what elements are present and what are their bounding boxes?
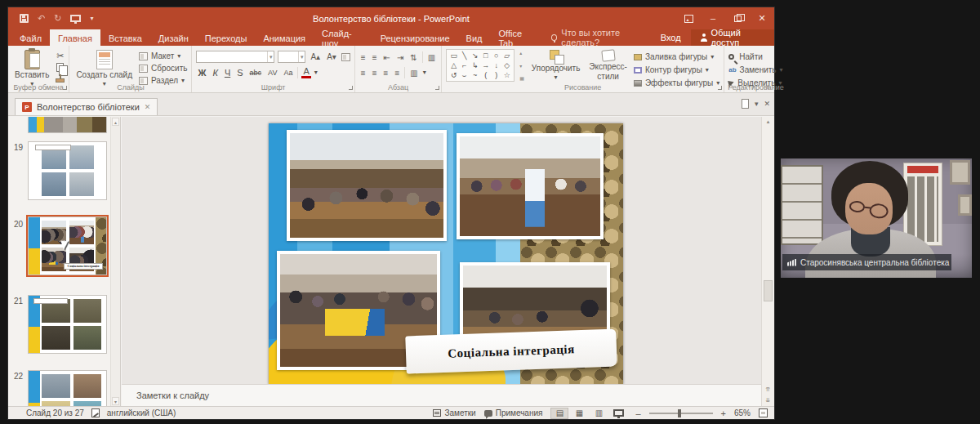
decrease-indent-button[interactable]: ⇤ xyxy=(382,53,392,62)
thumbnail-slide-22[interactable]: 22 xyxy=(28,370,107,406)
paragraph-dialog-launcher[interactable] xyxy=(435,86,439,90)
drawing-dialog-launcher[interactable] xyxy=(718,86,722,90)
scroll-up-icon[interactable]: ▴ xyxy=(764,118,773,125)
shape-parallelogram-icon[interactable]: ▱ xyxy=(504,51,510,60)
collapse-ribbon-icon[interactable]: ∧ xyxy=(765,83,770,91)
shapes-more-icon[interactable]: ▦ xyxy=(519,75,524,81)
slide-sorter-view-button[interactable]: ▦ xyxy=(570,408,588,419)
shape-corner-icon[interactable]: ⌐ xyxy=(462,61,466,69)
reset-button[interactable]: Сбросить xyxy=(139,63,187,74)
shapes-scroll-down-icon[interactable]: ▾ xyxy=(519,63,524,69)
share-button[interactable]: Общий доступ xyxy=(691,29,774,46)
slide-20[interactable]: Соціальна інтеграція xyxy=(269,123,623,384)
change-case-button[interactable]: Aa xyxy=(282,68,294,78)
zoom-out-button[interactable]: – xyxy=(635,408,640,418)
normal-view-button[interactable]: ▤ xyxy=(550,408,568,419)
thumbnail-scroll-down-icon[interactable]: ▾ xyxy=(112,397,119,405)
shape-right-arrow-icon[interactable]: → xyxy=(482,61,489,69)
tab-home[interactable]: Главная xyxy=(50,29,100,46)
shape-fill-button[interactable]: Заливка фигуры▾ xyxy=(634,51,719,62)
thumbnail-slide-18-partial[interactable] xyxy=(28,117,107,133)
text-shadow-button[interactable]: S xyxy=(235,68,244,78)
shape-triangle-icon[interactable]: △ xyxy=(451,61,457,69)
thumbnail-scroll-up-icon[interactable]: ▴ xyxy=(112,118,119,126)
shape-arc-icon[interactable]: ⌣ xyxy=(462,71,467,80)
clipboard-dialog-launcher[interactable] xyxy=(63,86,67,90)
ribbon-display-options-button[interactable] xyxy=(676,7,701,29)
new-document-icon[interactable] xyxy=(742,99,749,109)
notes-pane[interactable]: Заметки к слайду xyxy=(122,384,761,406)
fit-slide-to-window-icon[interactable] xyxy=(759,408,768,417)
shape-diamond-icon[interactable]: ◇ xyxy=(504,61,510,69)
shape-down-arrow-icon[interactable]: ↓ xyxy=(494,61,498,69)
tab-insert[interactable]: Вставка xyxy=(100,29,150,46)
undo-icon[interactable]: ↶ xyxy=(38,14,45,23)
comments-toggle-button[interactable]: Примечания xyxy=(484,408,543,417)
document-tab-close-icon[interactable]: ✕ xyxy=(145,103,151,111)
font-name-combobox[interactable]: ▾ xyxy=(196,51,274,63)
slide-photo-top-left[interactable] xyxy=(287,130,447,241)
document-tab[interactable]: P Волонтерство бібліотеки ✕ xyxy=(15,98,158,115)
qat-customize-dropdown-icon[interactable]: ▾ xyxy=(90,16,93,22)
shrink-font-button[interactable]: A▾ xyxy=(325,52,338,61)
proofing-icon[interactable] xyxy=(91,408,100,417)
thumbnail-slide-20[interactable]: 20 Соціальна інтеграція xyxy=(28,216,107,275)
align-center-button[interactable]: ≡ xyxy=(371,69,379,78)
language-label[interactable]: английский (США) xyxy=(107,408,176,417)
increase-indent-button[interactable]: ⇥ xyxy=(395,53,405,62)
slide-canvas[interactable]: Соціальна інтеграція xyxy=(122,117,761,384)
align-left-button[interactable]: ≡ xyxy=(359,69,368,78)
bold-button[interactable]: Ж xyxy=(196,68,207,78)
cut-icon[interactable]: ✂ xyxy=(56,51,64,60)
close-button[interactable]: ✕ xyxy=(750,7,774,29)
font-color-button[interactable]: A xyxy=(301,66,310,78)
restore-button[interactable] xyxy=(725,7,750,29)
shapes-gallery[interactable]: ▭ ╲ ↘ □ ○ ▱ △ ⌐ ↳ → ↓ ◇ ↺ ⌣ ~ ( ) xyxy=(446,49,514,82)
tab-review[interactable]: Рецензирование xyxy=(372,29,458,46)
numbering-button[interactable]: ≡ xyxy=(371,53,379,62)
minimize-button[interactable]: – xyxy=(701,7,725,29)
font-dialog-launcher[interactable] xyxy=(349,86,353,90)
previous-slide-icon[interactable]: ⇈ xyxy=(764,386,773,393)
tab-file[interactable]: Файл xyxy=(11,29,50,46)
shape-line-icon[interactable]: ╲ xyxy=(462,51,466,60)
new-slide-button[interactable]: Создать слайд ▾ xyxy=(74,49,135,88)
layout-button[interactable]: Макет▾ xyxy=(139,51,187,61)
text-direction-button[interactable]: ▥ xyxy=(426,53,437,62)
italic-button[interactable]: К xyxy=(211,68,219,78)
slideshow-view-button[interactable] xyxy=(609,408,627,419)
quick-styles-button[interactable]: Экспресс- стили xyxy=(586,49,630,82)
character-spacing-button[interactable]: AV xyxy=(266,68,278,78)
next-slide-icon[interactable]: ⇊ xyxy=(764,397,773,404)
columns-button[interactable]: ▥ xyxy=(408,69,419,78)
vertical-scrollbar[interactable]: ▴ ⇈ ⇊ xyxy=(761,117,774,406)
shape-star-icon[interactable]: ☆ xyxy=(504,71,510,79)
copy-icon[interactable] xyxy=(56,63,64,72)
tab-design[interactable]: Дизайн xyxy=(150,29,197,46)
grow-font-button[interactable]: A▴ xyxy=(309,52,322,61)
shape-square-icon[interactable]: □ xyxy=(483,51,488,60)
tab-animations[interactable]: Анимация xyxy=(255,29,314,46)
zoom-slider-thumb[interactable] xyxy=(678,409,681,417)
bullets-button[interactable]: ≡ xyxy=(359,53,368,62)
redo-icon[interactable]: ↻ xyxy=(54,14,61,23)
tab-list-dropdown-icon[interactable]: ▾ xyxy=(755,100,759,108)
shape-loop-icon[interactable]: ↺ xyxy=(451,71,457,79)
shape-oval-icon[interactable]: ○ xyxy=(494,51,498,60)
shape-right-bracket-icon[interactable]: ) xyxy=(495,71,497,79)
webcam-video[interactable]: Старосинявська центральна бібліотека xyxy=(781,158,972,278)
font-size-combobox[interactable]: ▾ xyxy=(278,51,305,63)
tab-transitions[interactable]: Переходы xyxy=(197,29,256,46)
replace-button[interactable]: abЗаменить▾ xyxy=(728,65,782,75)
scrollbar-thumb[interactable] xyxy=(764,280,773,301)
shapes-scroll-up-icon[interactable]: ▴ xyxy=(519,50,524,56)
reading-view-button[interactable]: ▥ xyxy=(590,408,608,419)
tell-me-box[interactable]: Что вы хотите сделать? xyxy=(551,29,651,46)
slide-photo-top-right[interactable] xyxy=(457,133,604,239)
strikethrough-button[interactable]: abc xyxy=(248,68,264,78)
shape-rect-icon[interactable]: ▭ xyxy=(450,51,457,60)
slide-title-banner[interactable]: Соціальна інтеграція xyxy=(405,329,617,374)
thumbnail-slide-21[interactable]: 21 xyxy=(28,295,107,354)
tab-slideshow[interactable]: Слайд-шоу xyxy=(314,29,372,46)
save-icon[interactable] xyxy=(20,14,29,23)
